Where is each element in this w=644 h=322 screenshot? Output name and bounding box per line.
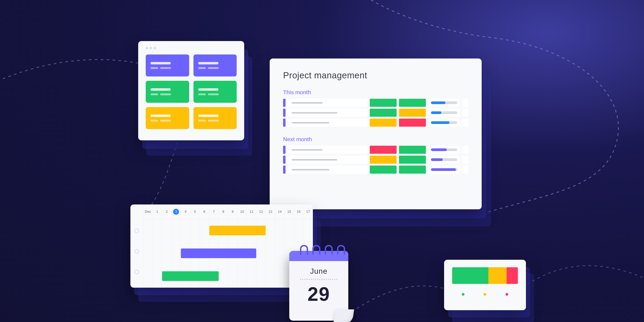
calendar-rings <box>300 245 345 255</box>
status-cell[interactable] <box>399 119 426 127</box>
kanban-tile[interactable] <box>146 81 189 103</box>
traffic-light-dot <box>150 47 152 49</box>
kanban-tile[interactable] <box>193 81 237 103</box>
progress-cell <box>428 99 460 107</box>
status-bar-widget <box>444 260 526 310</box>
legend-dot <box>506 293 508 296</box>
task-name-placeholder <box>288 109 367 117</box>
gantt-day-header[interactable]: 6 <box>200 204 209 219</box>
gantt-day-header[interactable]: 5 <box>191 204 200 219</box>
gantt-timeline-card: Dec1234567891011121314151617 <box>130 204 313 288</box>
task-row[interactable] <box>283 99 468 107</box>
traffic-light-dot <box>154 47 156 49</box>
calendar-month: June <box>289 267 348 276</box>
progress-cell <box>428 109 460 117</box>
gantt-day-header[interactable]: 9 <box>228 204 237 219</box>
progress-cell <box>428 166 460 174</box>
gantt-month-label: Dec <box>143 204 153 219</box>
gantt-row-toggles <box>130 204 143 288</box>
status-cell[interactable] <box>370 156 397 164</box>
kanban-board-card <box>138 41 244 140</box>
gantt-day-header[interactable]: 14 <box>275 204 285 219</box>
calendar-day: 29 <box>289 283 348 305</box>
status-segment <box>488 267 507 284</box>
gantt-day-header[interactable]: 17 <box>303 204 313 219</box>
gantt-day-header[interactable]: 2 <box>162 204 171 219</box>
status-cell[interactable] <box>399 166 426 174</box>
gantt-day-header[interactable]: 7 <box>209 204 219 219</box>
gantt-day-header[interactable]: 11 <box>247 204 256 219</box>
legend-dot <box>462 293 464 296</box>
calendar-divider <box>300 279 338 280</box>
gantt-day-header[interactable]: 4 <box>181 204 190 219</box>
row-toggle-circle[interactable] <box>134 229 139 233</box>
status-segment <box>507 267 518 284</box>
gantt-day-header[interactable]: 12 <box>256 204 266 219</box>
window-controls <box>146 47 237 49</box>
task-row[interactable] <box>283 146 468 154</box>
gantt-bar[interactable] <box>181 248 256 258</box>
kanban-tile[interactable] <box>193 54 237 76</box>
panel-title: Project management <box>283 70 468 80</box>
status-cell[interactable] <box>370 109 397 117</box>
progress-cell <box>428 156 460 164</box>
section-label: This month <box>283 89 468 96</box>
gantt-day-header[interactable]: 3 <box>171 204 181 219</box>
kanban-tile[interactable] <box>146 107 189 129</box>
status-cell[interactable] <box>370 99 397 107</box>
status-cell[interactable] <box>370 146 397 154</box>
status-cell[interactable] <box>399 146 426 154</box>
row-toggle-circle[interactable] <box>134 270 139 274</box>
task-row[interactable] <box>283 166 468 174</box>
gantt-day-header[interactable]: 13 <box>266 204 275 219</box>
gantt-day-header[interactable]: 10 <box>237 204 247 219</box>
task-row[interactable] <box>283 119 468 127</box>
kanban-tile[interactable] <box>146 54 189 76</box>
gantt-bar[interactable] <box>162 271 219 281</box>
status-cell[interactable] <box>399 156 426 164</box>
status-cell[interactable] <box>370 166 397 174</box>
progress-cell <box>428 119 460 127</box>
task-row[interactable] <box>283 109 468 117</box>
legend-dot <box>484 293 486 296</box>
status-cell[interactable] <box>399 109 426 117</box>
status-segment <box>452 267 488 284</box>
calendar-widget: June 29 <box>289 251 348 321</box>
gantt-day-header[interactable]: 15 <box>285 204 294 219</box>
task-name-placeholder <box>288 156 367 164</box>
gantt-day-header[interactable]: 8 <box>219 204 228 219</box>
kanban-tile[interactable] <box>193 107 237 129</box>
task-name-placeholder <box>288 119 367 127</box>
row-toggle-circle[interactable] <box>134 249 139 254</box>
traffic-light-dot <box>146 47 148 49</box>
progress-cell <box>428 146 460 154</box>
gantt-bar[interactable] <box>209 226 266 235</box>
status-cell[interactable] <box>370 119 397 127</box>
task-row[interactable] <box>283 156 468 164</box>
gantt-day-header[interactable]: 1 <box>153 204 162 219</box>
gantt-day-header[interactable]: 16 <box>294 204 303 219</box>
status-cell[interactable] <box>399 99 426 107</box>
project-management-panel: Project management This monthNext month <box>270 58 482 209</box>
task-name-placeholder <box>288 166 367 174</box>
task-name-placeholder <box>288 99 367 107</box>
task-name-placeholder <box>288 146 367 154</box>
section-label: Next month <box>283 136 468 142</box>
page-curl-icon <box>333 309 354 322</box>
